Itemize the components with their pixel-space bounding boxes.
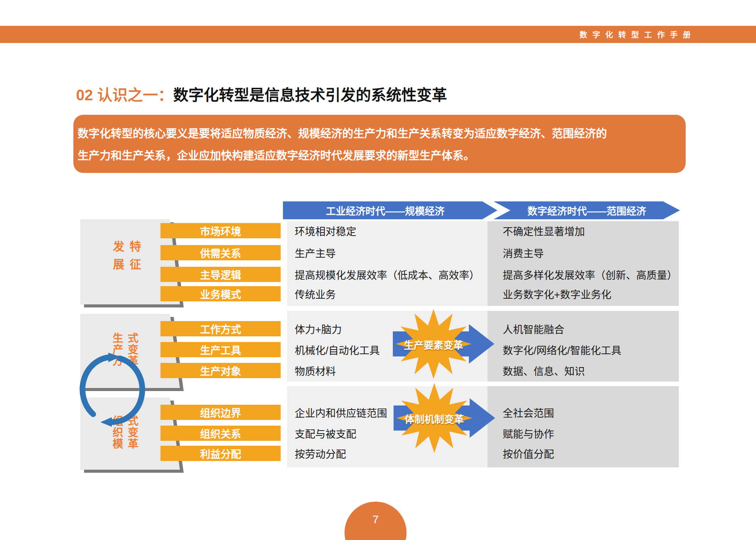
handbook-page: 数字化转型工作手册 02 认识之一：数字化转型是信息技术引发的系统性变革 数字化… xyxy=(0,0,756,540)
cell-digital: 不确定性显著增加 xyxy=(503,223,585,238)
cell-industrial: 企业内和供应链范围 xyxy=(295,405,387,420)
attr-bar: 供需关系 xyxy=(160,245,281,260)
change-burst-production: 生产要素变革 xyxy=(391,306,497,382)
cell-digital: 人机智能融合 xyxy=(503,321,564,336)
change-label-production: 生产要素变革 xyxy=(399,337,468,352)
cell-industrial: 物质材料 xyxy=(295,363,336,378)
title-section-number: 02 认识之一： xyxy=(76,87,173,103)
attr-bar: 市场环境 xyxy=(160,223,281,238)
attr-bar: 工作方式 xyxy=(160,321,281,336)
cell-digital: 全社会范围 xyxy=(503,405,554,420)
cell-digital: 赋能与协作 xyxy=(503,426,554,441)
era-banner-digital: 数字经济时代——范围经济 xyxy=(494,201,680,219)
title-main-text: 数字化转型是信息技术引发的系统性变革 xyxy=(173,87,447,103)
cell-industrial: 按劳动分配 xyxy=(295,446,346,461)
cell-digital: 数字化/网络化/智能化工具 xyxy=(503,342,621,357)
era-banner-industrial: 工业经济时代——规模经济 xyxy=(283,201,497,219)
change-burst-organization: 体制机制变革 xyxy=(392,380,498,456)
attr-bar: 主导逻辑 xyxy=(160,267,281,282)
attr-bar: 生产工具 xyxy=(160,342,281,357)
cell-digital: 按价值分配 xyxy=(503,446,554,461)
lead-line-1: 数字化转型的核心要义是要将适应物质经济、规模经济的生产力和生产关系转变为适应数字… xyxy=(78,123,681,145)
attr-bar: 业务模式 xyxy=(160,286,281,301)
cell-industrial: 机械化/自动化工具 xyxy=(295,342,380,357)
cell-digital: 数据、信息、知识 xyxy=(503,363,585,378)
lead-banner: 数字化转型的核心要义是要将适应物质经济、规模经济的生产力和生产关系转变为适应数字… xyxy=(73,115,686,173)
attr-bar: 组织边界 xyxy=(160,405,281,420)
cycle-arrows-icon xyxy=(74,348,154,435)
cell-digital: 消费主导 xyxy=(503,245,544,260)
attr-bar: 利益分配 xyxy=(160,446,281,461)
cell-industrial: 支配与被支配 xyxy=(295,426,356,441)
attr-bar: 生产对象 xyxy=(160,363,281,378)
group-label-development: 发展特征 xyxy=(109,241,143,283)
cell-industrial: 体力+脑力 xyxy=(295,321,342,336)
lead-line-2: 生产力和生产关系，企业应加快构建适应数字经济时代发展要求的新型生产体系。 xyxy=(78,145,681,167)
header-bar: 数字化转型工作手册 xyxy=(0,26,756,43)
cell-industrial: 生产主导 xyxy=(295,245,336,260)
cell-industrial: 传统业务 xyxy=(295,287,336,301)
handbook-title: 数字化转型工作手册 xyxy=(580,29,696,40)
cell-digital: 提高多样化发展效率（创新、高质量） xyxy=(503,267,677,282)
attr-bar: 组织关系 xyxy=(160,426,281,441)
page-title: 02 认识之一：数字化转型是信息技术引发的系统性变革 xyxy=(76,83,447,105)
cell-digital: 业务数字化+数字业务化 xyxy=(503,287,611,301)
page-number-badge: 7 xyxy=(345,502,407,540)
cell-industrial: 提高规模化发展效率（低成本、高效率） xyxy=(295,267,480,282)
change-label-organization: 体制机制变革 xyxy=(400,412,469,426)
cell-industrial: 环境相对稳定 xyxy=(295,223,356,238)
